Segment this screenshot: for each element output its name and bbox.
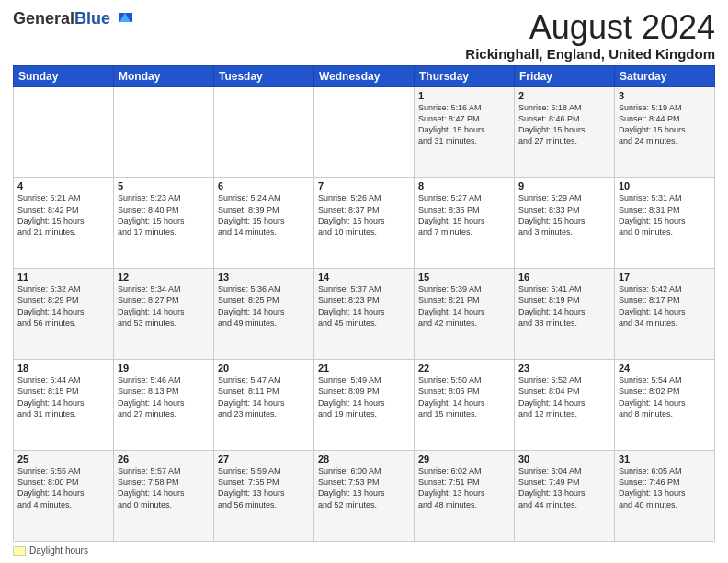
day-number: 26 (118, 454, 210, 465)
week-row-2: 4Sunrise: 5:21 AM Sunset: 8:42 PM Daylig… (14, 178, 715, 269)
calendar-header: SundayMondayTuesdayWednesdayThursdayFrid… (14, 65, 715, 86)
calendar-cell: 21Sunrise: 5:49 AM Sunset: 8:09 PM Dayli… (314, 360, 415, 451)
calendar-cell: 2Sunrise: 5:18 AM Sunset: 8:46 PM Daylig… (515, 86, 615, 178)
day-info: Sunrise: 5:44 AM Sunset: 8:15 PM Dayligh… (17, 374, 109, 419)
day-info: Sunrise: 5:23 AM Sunset: 8:40 PM Dayligh… (118, 192, 210, 237)
logo-general: GeneralBlue (13, 10, 110, 29)
day-info: Sunrise: 5:36 AM Sunset: 8:25 PM Dayligh… (218, 283, 310, 328)
calendar-cell: 18Sunrise: 5:44 AM Sunset: 8:15 PM Dayli… (14, 360, 114, 451)
calendar-body: 1Sunrise: 5:16 AM Sunset: 8:47 PM Daylig… (14, 86, 715, 541)
day-header-sunday: Sunday (14, 65, 114, 86)
day-number: 16 (518, 271, 610, 282)
day-info: Sunrise: 5:26 AM Sunset: 8:37 PM Dayligh… (318, 192, 410, 237)
day-number: 5 (118, 180, 210, 191)
day-number: 19 (118, 362, 210, 373)
day-info: Sunrise: 5:16 AM Sunset: 8:47 PM Dayligh… (418, 102, 510, 147)
day-number: 13 (218, 271, 310, 282)
calendar-cell: 27Sunrise: 5:59 AM Sunset: 7:55 PM Dayli… (214, 451, 314, 542)
day-number: 3 (619, 90, 711, 101)
calendar-table: SundayMondayTuesdayWednesdayThursdayFrid… (13, 65, 715, 542)
calendar-cell: 17Sunrise: 5:42 AM Sunset: 8:17 PM Dayli… (615, 269, 715, 360)
calendar-cell (214, 86, 314, 178)
calendar: SundayMondayTuesdayWednesdayThursdayFrid… (13, 65, 715, 542)
calendar-cell: 23Sunrise: 5:52 AM Sunset: 8:04 PM Dayli… (515, 360, 615, 451)
day-number: 15 (418, 271, 510, 282)
calendar-cell: 12Sunrise: 5:34 AM Sunset: 8:27 PM Dayli… (114, 269, 214, 360)
day-header-thursday: Thursday (415, 65, 515, 86)
day-number: 9 (518, 180, 610, 191)
legend-label: Daylight hours (29, 546, 88, 556)
calendar-cell: 28Sunrise: 6:00 AM Sunset: 7:53 PM Dayli… (314, 451, 415, 542)
calendar-cell (14, 86, 114, 178)
day-number: 10 (619, 180, 711, 191)
day-info: Sunrise: 5:50 AM Sunset: 8:06 PM Dayligh… (418, 374, 510, 419)
week-row-4: 18Sunrise: 5:44 AM Sunset: 8:15 PM Dayli… (14, 360, 715, 451)
calendar-cell (314, 86, 415, 178)
calendar-cell: 7Sunrise: 5:26 AM Sunset: 8:37 PM Daylig… (314, 178, 415, 269)
day-number: 23 (518, 362, 610, 373)
calendar-cell: 26Sunrise: 5:57 AM Sunset: 7:58 PM Dayli… (114, 451, 214, 542)
day-info: Sunrise: 5:55 AM Sunset: 8:00 PM Dayligh… (17, 465, 109, 511)
day-info: Sunrise: 6:04 AM Sunset: 7:49 PM Dayligh… (518, 465, 610, 511)
week-row-1: 1Sunrise: 5:16 AM Sunset: 8:47 PM Daylig… (14, 86, 715, 178)
day-info: Sunrise: 6:05 AM Sunset: 7:46 PM Dayligh… (619, 465, 711, 511)
day-number: 25 (17, 454, 109, 465)
day-number: 6 (218, 180, 310, 191)
location: Rickinghall, England, United Kingdom (465, 46, 715, 62)
day-header-friday: Friday (515, 65, 615, 86)
day-info: Sunrise: 5:52 AM Sunset: 8:04 PM Dayligh… (518, 374, 610, 419)
calendar-cell: 16Sunrise: 5:41 AM Sunset: 8:19 PM Dayli… (515, 269, 615, 360)
calendar-cell (114, 86, 214, 178)
day-number: 29 (418, 454, 510, 465)
day-number: 22 (418, 362, 510, 373)
calendar-cell: 30Sunrise: 6:04 AM Sunset: 7:49 PM Dayli… (515, 451, 615, 542)
day-number: 20 (218, 362, 310, 373)
calendar-cell: 29Sunrise: 6:02 AM Sunset: 7:51 PM Dayli… (415, 451, 515, 542)
day-info: Sunrise: 5:32 AM Sunset: 8:29 PM Dayligh… (17, 283, 109, 328)
day-header-monday: Monday (114, 65, 214, 86)
day-number: 12 (118, 271, 210, 282)
day-info: Sunrise: 5:21 AM Sunset: 8:42 PM Dayligh… (17, 192, 109, 237)
day-number: 11 (17, 271, 109, 282)
day-number: 8 (418, 180, 510, 191)
day-number: 21 (318, 362, 410, 373)
day-number: 1 (418, 90, 510, 101)
calendar-cell: 31Sunrise: 6:05 AM Sunset: 7:46 PM Dayli… (615, 451, 715, 542)
calendar-cell: 15Sunrise: 5:39 AM Sunset: 8:21 PM Dayli… (415, 269, 515, 360)
day-number: 7 (318, 180, 410, 191)
legend-box (13, 546, 26, 556)
day-info: Sunrise: 6:00 AM Sunset: 7:53 PM Dayligh… (318, 465, 410, 511)
day-header-wednesday: Wednesday (314, 65, 415, 86)
day-number: 18 (17, 362, 109, 373)
calendar-cell: 8Sunrise: 5:27 AM Sunset: 8:35 PM Daylig… (415, 178, 515, 269)
day-info: Sunrise: 5:59 AM Sunset: 7:55 PM Dayligh… (218, 465, 310, 511)
calendar-cell: 22Sunrise: 5:50 AM Sunset: 8:06 PM Dayli… (415, 360, 515, 451)
footer: Daylight hours (13, 546, 715, 556)
day-number: 28 (318, 454, 410, 465)
calendar-cell: 3Sunrise: 5:19 AM Sunset: 8:44 PM Daylig… (615, 86, 715, 178)
day-number: 14 (318, 271, 410, 282)
day-number: 17 (619, 271, 711, 282)
day-number: 27 (218, 454, 310, 465)
day-info: Sunrise: 5:41 AM Sunset: 8:19 PM Dayligh… (518, 283, 610, 328)
day-info: Sunrise: 5:34 AM Sunset: 8:27 PM Dayligh… (118, 283, 210, 328)
day-info: Sunrise: 5:39 AM Sunset: 8:21 PM Dayligh… (418, 283, 510, 328)
calendar-cell: 6Sunrise: 5:24 AM Sunset: 8:39 PM Daylig… (214, 178, 314, 269)
day-info: Sunrise: 5:46 AM Sunset: 8:13 PM Dayligh… (118, 374, 210, 419)
calendar-cell: 13Sunrise: 5:36 AM Sunset: 8:25 PM Dayli… (214, 269, 314, 360)
calendar-cell: 9Sunrise: 5:29 AM Sunset: 8:33 PM Daylig… (515, 178, 615, 269)
logo-icon (112, 9, 132, 29)
day-number: 4 (17, 180, 109, 191)
day-info: Sunrise: 5:49 AM Sunset: 8:09 PM Dayligh… (318, 374, 410, 419)
calendar-cell: 19Sunrise: 5:46 AM Sunset: 8:13 PM Dayli… (114, 360, 214, 451)
calendar-cell: 1Sunrise: 5:16 AM Sunset: 8:47 PM Daylig… (415, 86, 515, 178)
day-number: 31 (619, 454, 711, 465)
calendar-cell: 25Sunrise: 5:55 AM Sunset: 8:00 PM Dayli… (14, 451, 114, 542)
day-info: Sunrise: 5:18 AM Sunset: 8:46 PM Dayligh… (518, 102, 610, 147)
header: GeneralBlue August 2024 Rickinghall, Eng… (13, 9, 715, 62)
page: GeneralBlue August 2024 Rickinghall, Eng… (0, 0, 728, 563)
day-info: Sunrise: 5:37 AM Sunset: 8:23 PM Dayligh… (318, 283, 410, 328)
day-info: Sunrise: 6:02 AM Sunset: 7:51 PM Dayligh… (418, 465, 510, 511)
header-row: SundayMondayTuesdayWednesdayThursdayFrid… (14, 65, 715, 86)
calendar-cell: 5Sunrise: 5:23 AM Sunset: 8:40 PM Daylig… (114, 178, 214, 269)
